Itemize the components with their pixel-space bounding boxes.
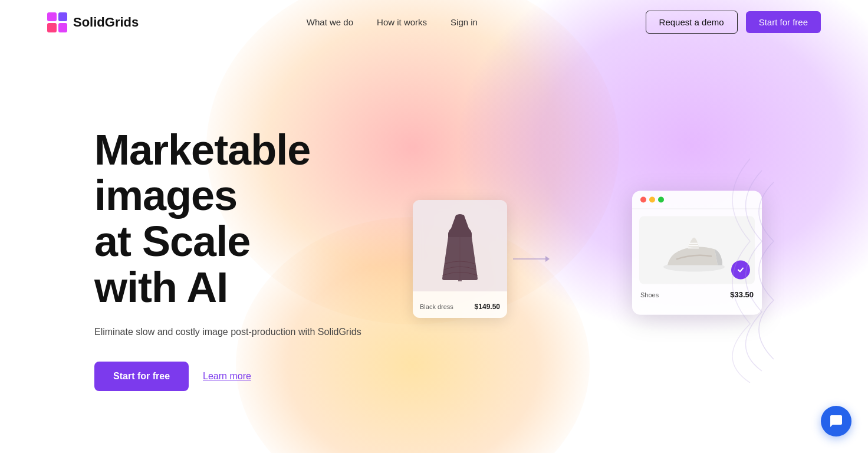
hero-left: Marketable images at Scale with AI Elimi…	[94, 127, 377, 391]
logo-grid-icon	[47, 12, 67, 32]
hero-subtitle: Eliminate slow and costly image post-pro…	[94, 325, 377, 339]
dress-image	[413, 200, 507, 291]
logo-bold: Solid	[73, 15, 105, 29]
shoe-image	[639, 216, 755, 284]
dress-price-text: $149.50	[475, 303, 500, 311]
hero-title-line1: Marketable	[94, 126, 310, 173]
logo-text: SolidGrids	[73, 15, 139, 30]
dress-label-text: Black dress	[420, 303, 453, 310]
logo-cell-4	[58, 23, 68, 32]
hero-title: Marketable images at Scale with AI	[94, 127, 377, 311]
request-demo-button[interactable]: Request a demo	[646, 11, 738, 34]
hero-title-line4: with AI	[94, 264, 228, 311]
dress-product-card: Black dress $149.50	[413, 200, 507, 318]
hero-right: Black dress $149.50	[377, 135, 774, 383]
chat-button[interactable]	[821, 406, 851, 436]
chat-icon	[829, 414, 843, 428]
start-for-free-nav-button[interactable]: Start for free	[746, 11, 821, 33]
logo-cell-1	[47, 12, 57, 22]
nav-link-sign-in[interactable]: Sign in	[451, 17, 478, 27]
hero-title-line2: images	[94, 172, 237, 219]
browser-body: Shoes $33.50	[632, 209, 762, 306]
browser-mockup: Shoes $33.50	[632, 191, 762, 315]
arrow-line	[513, 258, 545, 260]
shoe-circle-overlay	[731, 261, 750, 280]
arrow-connector	[513, 256, 550, 262]
nav-link-how-it-works[interactable]: How it works	[377, 17, 427, 27]
dress-svg-icon	[439, 211, 481, 281]
dress-info-row: Black dress $149.50	[420, 303, 500, 311]
shoe-svg-icon	[659, 226, 735, 274]
arrow-head	[545, 256, 550, 262]
navbar: SolidGrids What we do How it works Sign …	[0, 0, 868, 44]
logo[interactable]: SolidGrids	[47, 12, 139, 32]
hero-title-line3: at Scale	[94, 218, 250, 265]
logo-cell-3	[47, 23, 57, 32]
logo-light: Grids	[105, 15, 139, 29]
hero-section: Marketable images at Scale with AI Elimi…	[0, 44, 868, 450]
learn-more-button[interactable]: Learn more	[203, 371, 251, 382]
check-icon	[737, 266, 745, 274]
start-for-free-hero-button[interactable]: Start for free	[94, 362, 189, 391]
nav-link-what-we-do[interactable]: What we do	[307, 17, 353, 27]
browser-titlebar	[632, 191, 762, 209]
shoe-label-text: Shoes	[640, 291, 659, 298]
shoe-price-text: $33.50	[730, 290, 754, 299]
nav-links: What we do How it works Sign in	[307, 17, 478, 27]
browser-dot-green	[658, 197, 664, 203]
logo-cell-2	[58, 12, 68, 22]
browser-dot-yellow	[649, 197, 655, 203]
browser-dot-red	[640, 197, 646, 203]
hero-buttons: Start for free Learn more	[94, 362, 377, 391]
shoe-info-row: Shoes $33.50	[639, 290, 755, 299]
nav-actions: Request a demo Start for free	[646, 11, 821, 34]
svg-rect-1	[458, 280, 462, 281]
